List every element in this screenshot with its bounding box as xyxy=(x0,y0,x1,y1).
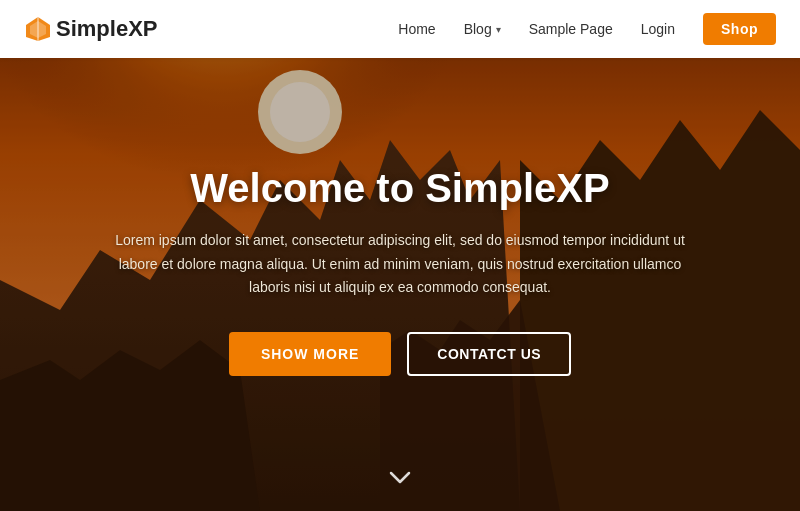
nav-item-shop[interactable]: Shop xyxy=(703,13,776,45)
nav-item-blog[interactable]: Blog ▾ xyxy=(464,21,501,37)
hero-content: Welcome to SimpleXP Lorem ipsum dolor si… xyxy=(90,165,710,376)
brand-text: SimpleXP xyxy=(56,16,158,42)
contact-us-button[interactable]: CONTATCT US xyxy=(407,332,571,376)
nav-item-home[interactable]: Home xyxy=(398,20,435,38)
nav-menu: Home Blog ▾ Sample Page Login Shop xyxy=(398,13,776,45)
hero-buttons: SHOW MORE CONTATCT US xyxy=(110,332,690,376)
nav-link-sample-page[interactable]: Sample Page xyxy=(529,21,613,37)
hero-title: Welcome to SimpleXP xyxy=(110,165,690,211)
nav-item-login[interactable]: Login xyxy=(641,20,675,38)
brand-icon xyxy=(24,15,52,43)
nav-item-sample-page[interactable]: Sample Page xyxy=(529,20,613,38)
nav-link-blog[interactable]: Blog xyxy=(464,21,492,37)
brand-logo[interactable]: SimpleXP xyxy=(24,15,158,43)
navbar: SimpleXP Home Blog ▾ Sample Page Login S… xyxy=(0,0,800,58)
hero-section: Welcome to SimpleXP Lorem ipsum dolor si… xyxy=(0,0,800,511)
scroll-down-chevron[interactable] xyxy=(389,465,411,491)
nav-link-home[interactable]: Home xyxy=(398,21,435,37)
hero-description: Lorem ipsum dolor sit amet, consectetur … xyxy=(110,229,690,300)
show-more-button[interactable]: SHOW MORE xyxy=(229,332,391,376)
chevron-down-icon: ▾ xyxy=(496,24,501,35)
login-button[interactable]: Login xyxy=(641,21,675,37)
shop-button[interactable]: Shop xyxy=(703,13,776,45)
